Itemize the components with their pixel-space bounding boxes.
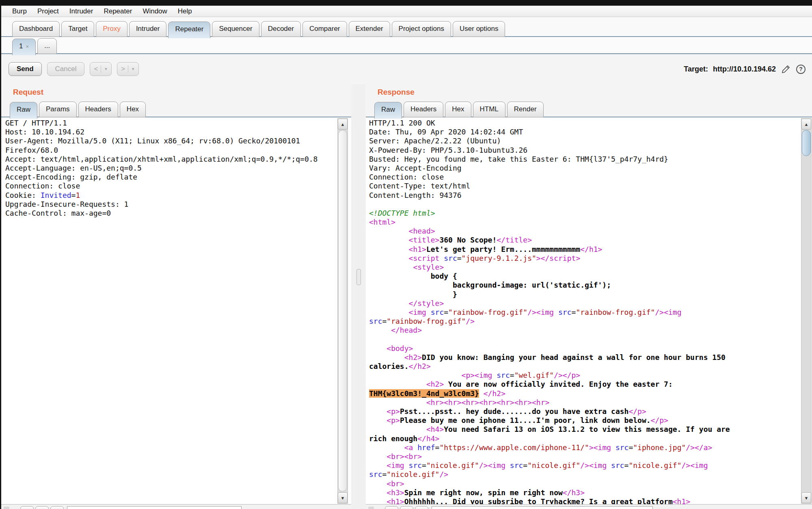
request-editor[interactable]: GET / HTTP/1.1Host: 10.10.194.62User-Age… xyxy=(1,117,351,509)
button-divider xyxy=(101,65,101,73)
code-line: <p>Psst....psst.. hey dude.......do you … xyxy=(369,407,797,416)
response-tab-render[interactable]: Render xyxy=(507,102,544,117)
code-line: Cookie: Invited=1 xyxy=(5,191,337,200)
tab-label: Params xyxy=(46,105,70,113)
request-response-split: Request RawParamsHeadersHex GET / HTTP/1… xyxy=(1,84,812,509)
search-input[interactable] xyxy=(432,506,653,509)
response-title: Response xyxy=(378,88,812,97)
code-line: calories.</h2> xyxy=(369,362,797,371)
burp-suite-window: BurpProjectIntruderRepeaterWindowHelp Da… xyxy=(0,0,812,509)
search-help-icon[interactable] xyxy=(368,507,374,509)
code-line: Server: Apache/2.2.22 (Ubuntu) xyxy=(369,136,797,145)
tab-label: Target xyxy=(68,25,87,33)
menu-burp[interactable]: Burp xyxy=(12,7,27,15)
edit-target-icon[interactable] xyxy=(781,64,791,74)
code-line: } xyxy=(369,290,797,299)
tab-label: Raw xyxy=(17,106,30,114)
response-tab-raw[interactable]: Raw xyxy=(374,102,402,119)
window-title-strip xyxy=(1,0,812,6)
response-search-bar xyxy=(366,504,812,509)
tab-sequencer[interactable]: Sequencer xyxy=(212,21,259,37)
tab-intruder[interactable]: Intruder xyxy=(129,21,167,37)
code-line: Content-Length: 94376 xyxy=(369,191,797,200)
tab-target[interactable]: Target xyxy=(61,21,94,37)
tab-proxy[interactable]: Proxy xyxy=(96,21,127,37)
response-tab-bar: RawHeadersHexHTMLRender xyxy=(366,100,812,117)
split-divider[interactable] xyxy=(351,84,366,509)
request-raw-text[interactable]: GET / HTTP/1.1Host: 10.10.194.62User-Age… xyxy=(5,119,337,505)
code-line: <p>Please buy me one iphone 11....I'm po… xyxy=(369,416,797,425)
response-tab-html[interactable]: HTML xyxy=(473,102,505,117)
tab-label: Repeater xyxy=(175,25,203,33)
tab-repeater[interactable]: Repeater xyxy=(168,22,210,38)
request-tab-hex[interactable]: Hex xyxy=(120,102,146,117)
search-options-button[interactable] xyxy=(415,506,428,509)
tab-project-options[interactable]: Project options xyxy=(392,21,451,37)
menu-window[interactable]: Window xyxy=(143,7,167,15)
search-prev-button[interactable] xyxy=(20,506,34,509)
search-prev-button[interactable] xyxy=(385,506,398,509)
request-scrollbar[interactable]: ▲ ▼ xyxy=(337,118,348,504)
code-line: Accept: text/html,application/xhtml+xml,… xyxy=(5,155,337,164)
tab-dashboard[interactable]: Dashboard xyxy=(12,21,60,37)
tab-label: User options xyxy=(460,25,498,33)
request-panel: Request RawParamsHeadersHex GET / HTTP/1… xyxy=(1,84,351,509)
scroll-up-icon[interactable]: ▲ xyxy=(801,119,811,130)
code-line xyxy=(369,335,797,344)
search-next-button[interactable] xyxy=(35,506,49,509)
repeater-tab-[interactable]: ... xyxy=(37,38,57,54)
response-scrollbar[interactable]: ▲ ▼ xyxy=(801,118,812,504)
button-divider xyxy=(128,65,128,73)
menu-repeater[interactable]: Repeater xyxy=(104,7,132,15)
send-button[interactable]: Send xyxy=(9,62,42,76)
code-line: Busted: Hey, you found me, take this Eas… xyxy=(369,155,797,164)
response-tab-hex[interactable]: Hex xyxy=(445,102,471,117)
code-line: Content-Type: text/html xyxy=(369,182,797,191)
tab-label: Project options xyxy=(399,25,444,33)
request-search-bar xyxy=(1,504,351,509)
menu-intruder[interactable]: Intruder xyxy=(69,7,93,15)
request-tab-headers[interactable]: Headers xyxy=(78,102,118,117)
code-line: Firefox/68.0 xyxy=(5,146,337,155)
scrollbar-thumb[interactable] xyxy=(802,130,811,156)
menu-project[interactable]: Project xyxy=(37,7,59,15)
scroll-down-icon[interactable]: ▼ xyxy=(338,492,348,503)
history-back-button[interactable]: < ▼ xyxy=(90,62,112,76)
scrollbar-thumb[interactable] xyxy=(338,130,347,492)
code-line: <!DOCTYPE html> xyxy=(369,209,797,218)
chevron-down-icon: ▼ xyxy=(104,67,108,71)
code-line: Connection: close xyxy=(369,173,797,182)
response-editor[interactable]: HTTP/1.1 200 OKDate: Thu, 09 Apr 2020 14… xyxy=(366,117,812,509)
response-raw-text[interactable]: HTTP/1.1 200 OKDate: Thu, 09 Apr 2020 14… xyxy=(369,119,797,505)
code-line: HTTP/1.1 200 OK xyxy=(369,119,797,128)
code-line: THM{w3lc0m3!_4nd_w3lc0m3} </h2> xyxy=(369,389,797,398)
tab-extender[interactable]: Extender xyxy=(349,21,390,37)
help-icon[interactable]: ? xyxy=(796,65,806,74)
tab-label: Decoder xyxy=(268,25,294,33)
tab-user-options[interactable]: User options xyxy=(453,21,505,37)
search-next-button[interactable] xyxy=(400,506,413,509)
search-help-icon[interactable] xyxy=(4,507,9,509)
menu-help[interactable]: Help xyxy=(178,7,192,15)
back-arrow-icon: < xyxy=(94,65,98,73)
history-forward-button[interactable]: > ▼ xyxy=(117,62,139,76)
code-line xyxy=(369,200,797,209)
code-line: <a href="https://www.apple.com/iphone-11… xyxy=(369,443,797,452)
search-input[interactable] xyxy=(67,506,242,509)
request-tab-params[interactable]: Params xyxy=(39,102,77,117)
scroll-up-icon[interactable]: ▲ xyxy=(338,119,348,130)
tab-close-icon[interactable]: × xyxy=(26,44,29,49)
scroll-down-icon[interactable]: ▼ xyxy=(801,492,811,503)
tab-comparer[interactable]: Comparer xyxy=(302,21,347,37)
search-options-button[interactable] xyxy=(50,506,64,509)
cancel-button[interactable]: Cancel xyxy=(47,62,85,76)
response-tab-headers[interactable]: Headers xyxy=(404,102,443,117)
repeater-tab-1[interactable]: 1× xyxy=(12,39,36,55)
split-grip-handle[interactable] xyxy=(356,269,361,285)
code-line: <h2> You are now officially invited. Enj… xyxy=(369,380,797,389)
request-tab-raw[interactable]: Raw xyxy=(10,102,37,119)
code-line: </head> xyxy=(369,326,797,335)
code-line: <style> xyxy=(369,263,797,272)
tab-label: Extender xyxy=(356,25,383,33)
tab-decoder[interactable]: Decoder xyxy=(261,21,301,37)
